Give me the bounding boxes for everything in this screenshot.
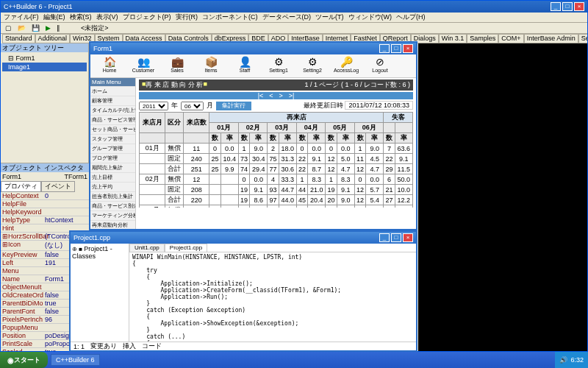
menu-item[interactable]: コンポーネント(C): [202, 13, 258, 22]
customer-button[interactable]: 👥Customer: [129, 56, 158, 76]
sidemenu-item[interactable]: 商品・サービス別売上集計: [90, 202, 135, 211]
palette-tab[interactable]: Win 3.1: [439, 34, 467, 43]
palette-tab[interactable]: InterBase Admin: [524, 34, 578, 43]
pager-button[interactable]: |<: [258, 92, 264, 99]
sidemenu-item[interactable]: 売上目標: [90, 173, 135, 183]
open-icon[interactable]: 📂: [15, 24, 29, 33]
property-row[interactable]: HelpContext0: [1, 192, 89, 200]
new-icon[interactable]: ▢: [2, 24, 15, 33]
sidemenu-item[interactable]: ホーム: [90, 87, 135, 96]
property-row[interactable]: HelpTypehtContext: [1, 216, 89, 224]
setting2-button[interactable]: ⚙Setting2: [298, 56, 327, 76]
menu-item[interactable]: ツール(T): [315, 13, 344, 22]
form1-title: Form1: [93, 45, 112, 52]
combo-label[interactable]: <未指定>: [78, 24, 112, 33]
setting1-button[interactable]: ⚙Setting1: [264, 56, 293, 76]
code-status: 1: 1変更あり挿入コード: [71, 342, 416, 350]
tab-events[interactable]: イベント: [41, 181, 75, 192]
sales-button[interactable]: 💼Sales: [162, 56, 192, 76]
property-row[interactable]: HelpFile: [1, 200, 89, 208]
form1-toolbar: 🏠Home👥Customer💼Sales📦Items👤Staff⚙Setting…: [90, 54, 416, 78]
property-row[interactable]: HelpKeyword: [1, 208, 89, 216]
sidemenu-item[interactable]: 担当者別売上集計: [90, 192, 135, 202]
taskbar: ◉ スタート C++Builder 6 🔊 6:32: [0, 352, 588, 368]
palette-tab[interactable]: Additional: [35, 34, 71, 43]
maximize-button[interactable]: □: [562, 2, 573, 11]
sidemenu-item[interactable]: スタッフ管理: [90, 135, 135, 144]
object-inspector-header: オブジェクト インスペクタ: [1, 163, 89, 172]
maximize-button[interactable]: □: [391, 233, 401, 242]
data-grid: 来店月区分来店数再来店失客01月02月03月04月05月06月数率数率数率数率数…: [139, 112, 413, 208]
pager-button[interactable]: >: [279, 92, 283, 99]
design-surface: [418, 43, 587, 351]
items-button[interactable]: 📦Items: [196, 56, 226, 76]
sidemenu-item[interactable]: 売上平均: [90, 183, 135, 192]
tree-item[interactable]: ⊟ Form1: [2, 54, 87, 63]
minimize-button[interactable]: _: [379, 44, 390, 53]
close-button[interactable]: ×: [574, 2, 584, 11]
sidemenu-item[interactable]: 顧客管理: [90, 96, 135, 106]
taskbar-item[interactable]: C++Builder 6: [51, 354, 100, 366]
code-tab[interactable]: Unit1.cpp: [129, 244, 165, 252]
save-icon[interactable]: 💾: [29, 24, 43, 33]
sidemenu-item[interactable]: 期間売上集計: [90, 163, 135, 173]
close-button[interactable]: ×: [403, 44, 413, 53]
menu-item[interactable]: ウィンドウ(W): [348, 13, 392, 22]
sidemenu-item[interactable]: セット商品・サービス管理: [90, 125, 135, 135]
sidemenu-item[interactable]: 再来店動向分析: [90, 221, 135, 229]
month-select[interactable]: 06: [181, 102, 204, 110]
palette-tab[interactable]: Samples: [467, 34, 498, 43]
sidemenu-item[interactable]: ブログ管理: [90, 154, 135, 163]
home-button[interactable]: 🏠Home: [95, 56, 124, 76]
code-editor-window: Project1.cpp _□× ⊕ ■ Project1 - Classes …: [69, 230, 417, 352]
palette-tab[interactable]: Standard: [2, 34, 35, 43]
start-button[interactable]: ◉ スタート: [0, 352, 48, 368]
year-select[interactable]: 2011: [139, 102, 168, 110]
pause-icon[interactable]: ‖: [54, 24, 63, 33]
tree-item[interactable]: Image1: [2, 63, 87, 71]
page-info: 1 / 1 ページ ( 1 - 6 / レコード数 : 6 ): [304, 80, 410, 90]
palette-tab[interactable]: Servers: [578, 34, 587, 43]
oi-tabs: プロパティ イベント: [1, 181, 89, 192]
table-row: 合計251259.97429.47730.6228.7124.7124.7291…: [140, 164, 413, 174]
pager-button[interactable]: >|: [289, 92, 295, 99]
menu-item[interactable]: ヘルプ(H): [396, 13, 426, 22]
menu-item[interactable]: データベース(D): [262, 13, 312, 22]
minimize-button[interactable]: _: [551, 2, 561, 11]
menu-item[interactable]: 表示(V): [96, 13, 118, 22]
menu-item[interactable]: ファイル(F): [4, 13, 39, 22]
accesslog-button[interactable]: 🔑AccessLog: [331, 56, 361, 76]
timestamp: 2011/07/12 10:08:33: [345, 101, 413, 110]
logout-button[interactable]: ⊘Logout: [365, 56, 395, 76]
table-row: 03月無償1000.0110.0110.0110.0660.0: [140, 205, 413, 208]
menu-item[interactable]: 検索(S): [70, 13, 92, 22]
menu-item[interactable]: 実行(R): [176, 13, 198, 22]
oi-target[interactable]: Form1 TForm1: [1, 172, 89, 181]
menu-item[interactable]: 編集(E): [43, 13, 65, 22]
code-tab[interactable]: Project1.cpp: [165, 244, 207, 252]
table-row: 01月無償1100.019.0218.000.000.019.0763.6: [140, 144, 413, 154]
run-icon[interactable]: ▶: [43, 24, 54, 33]
palette-tab[interactable]: COM+: [498, 34, 523, 43]
sidemenu-item[interactable]: マーケティング分析: [90, 211, 135, 221]
form1-window: Form1 _□× 🏠Home👥Customer💼Sales📦Items👤Sta…: [89, 41, 417, 230]
close-button[interactable]: ×: [403, 233, 413, 242]
main-titlebar: C++Builder 6 - Project1 _ □ ×: [1, 1, 587, 13]
minimize-button[interactable]: _: [379, 233, 390, 242]
side-menu: Main Menuホーム顧客管理タイムカルテ/売上管理商品・サービス管理セット商…: [90, 78, 136, 229]
system-tray[interactable]: 🔊 6:32: [555, 352, 588, 368]
pager-button[interactable]: <: [269, 92, 273, 99]
tab-properties[interactable]: プロパティ: [1, 181, 41, 192]
object-tree[interactable]: ⊟ Form1 Image1: [1, 52, 88, 73]
class-tree[interactable]: ⊕ ■ Project1 - Classes: [71, 244, 129, 342]
maximize-button[interactable]: □: [391, 44, 401, 53]
sidemenu-item[interactable]: タイムカルテ/売上管理: [90, 106, 135, 116]
pager: |<<>>|: [139, 92, 413, 99]
menu-item[interactable]: プロジェクト(P): [123, 13, 171, 22]
sidemenu-item[interactable]: 商品・サービス管理: [90, 116, 135, 125]
execute-button[interactable]: 集計実行: [216, 102, 251, 110]
code-content[interactable]: WINAPI WinMain(HINSTANCE, HINSTANCE, LPS…: [129, 252, 416, 342]
sidemenu-item[interactable]: グループ管理: [90, 144, 135, 154]
staff-button[interactable]: 👤Staff: [230, 56, 259, 76]
code-tabs: Unit1.cppProject1.cpp: [129, 244, 416, 252]
